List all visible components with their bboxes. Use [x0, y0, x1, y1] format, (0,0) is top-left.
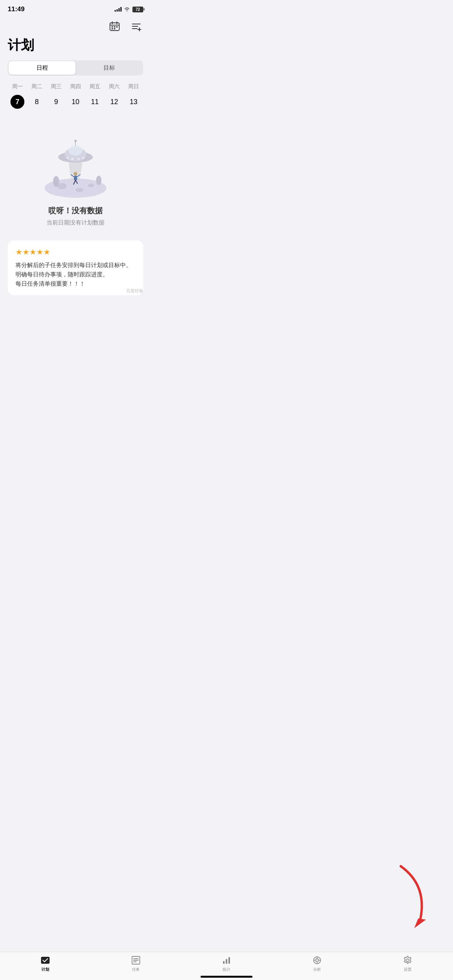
tab-bar: 日程 目标: [8, 60, 143, 75]
weekday-row: 周一 周二 周三 周四 周五 周六 周日: [8, 83, 143, 90]
status-bar: 11:49 72: [0, 0, 151, 16]
svg-rect-31: [74, 176, 77, 180]
svg-point-26: [71, 158, 74, 160]
svg-point-27: [77, 158, 80, 160]
calendar-icon[interactable]: [108, 19, 122, 33]
ufo-illustration: [37, 128, 114, 198]
wifi-icon: [124, 7, 130, 12]
date-12[interactable]: 12: [105, 95, 124, 109]
baidu-watermark: 百度经验: [126, 288, 143, 294]
weekday-tue: 周二: [27, 83, 46, 90]
svg-rect-8: [114, 28, 115, 29]
date-13[interactable]: 13: [124, 95, 143, 109]
svg-point-30: [74, 172, 77, 176]
svg-rect-4: [112, 26, 113, 27]
date-row: 7 8 9 10 11 12 13: [8, 95, 143, 109]
svg-point-18: [53, 176, 59, 187]
empty-subtitle: 当前日期没有计划数据: [46, 219, 105, 226]
tip-card: ★★★★★ 将分解后的子任务安排到每日计划或目标中。明确每日待办事项，随时跟踪进…: [8, 240, 143, 295]
weekday-sun: 周日: [124, 83, 143, 90]
weekday-wed: 周三: [46, 83, 66, 90]
svg-point-19: [96, 176, 101, 185]
svg-rect-7: [112, 28, 113, 29]
empty-state: 哎呀！没有数据 当前日期没有计划数据: [0, 117, 151, 234]
page-title: 计划: [0, 36, 151, 60]
svg-rect-6: [116, 26, 118, 27]
svg-point-17: [76, 188, 83, 192]
svg-point-22: [69, 146, 82, 156]
svg-point-24: [74, 140, 77, 142]
date-8[interactable]: 8: [27, 95, 46, 109]
signal-icon: [115, 7, 122, 12]
date-10[interactable]: 10: [66, 95, 85, 109]
status-icons: 72: [115, 7, 143, 12]
battery-icon: 72: [132, 7, 143, 12]
tip-stars: ★★★★★: [15, 247, 136, 257]
tab-schedule[interactable]: 日程: [9, 61, 76, 75]
empty-title: 哎呀！没有数据: [48, 206, 103, 216]
add-list-icon[interactable]: [129, 19, 143, 33]
toolbar: [0, 16, 151, 36]
svg-point-28: [82, 157, 84, 159]
svg-point-16: [88, 183, 94, 187]
date-9[interactable]: 9: [46, 95, 66, 109]
tab-goal[interactable]: 目标: [76, 61, 142, 75]
weekday-fri: 周五: [85, 83, 105, 90]
weekday-mon: 周一: [8, 83, 27, 90]
weekday-thu: 周四: [66, 83, 85, 90]
svg-rect-5: [114, 26, 115, 27]
status-time: 11:49: [8, 5, 24, 13]
date-7[interactable]: 7: [8, 95, 27, 109]
date-11[interactable]: 11: [85, 95, 105, 109]
tip-text: 将分解后的子任务安排到每日计划或目标中。明确每日待办事项，随时跟踪进度。每日任务…: [15, 260, 136, 288]
svg-point-25: [67, 157, 69, 159]
calendar-section: 周一 周二 周三 周四 周五 周六 周日 7 8 9 10 11 12 13: [0, 83, 151, 109]
weekday-sat: 周六: [105, 83, 124, 90]
